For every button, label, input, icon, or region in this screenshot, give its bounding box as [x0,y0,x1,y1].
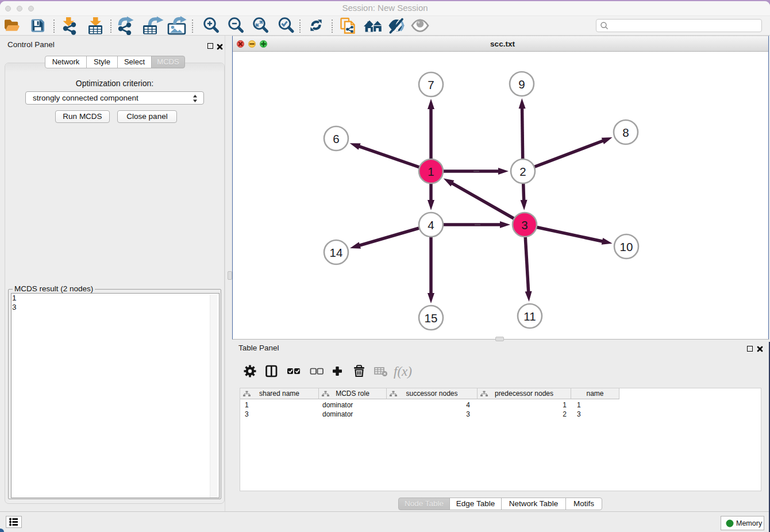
svg-text:10: 10 [620,240,633,253]
svg-text:8: 8 [622,126,629,139]
svg-text:4: 4 [428,218,434,232]
svg-text:14: 14 [330,246,343,259]
svg-text:3: 3 [521,218,528,232]
svg-text:1: 1 [428,165,434,178]
svg-text:11: 11 [523,310,536,323]
svg-text:9: 9 [518,78,525,91]
svg-text:2: 2 [519,165,526,178]
svg-text:7: 7 [428,78,434,91]
svg-text:6: 6 [333,132,339,145]
svg-text:f(x): f(x) [394,364,412,379]
svg-text:15: 15 [425,311,438,325]
